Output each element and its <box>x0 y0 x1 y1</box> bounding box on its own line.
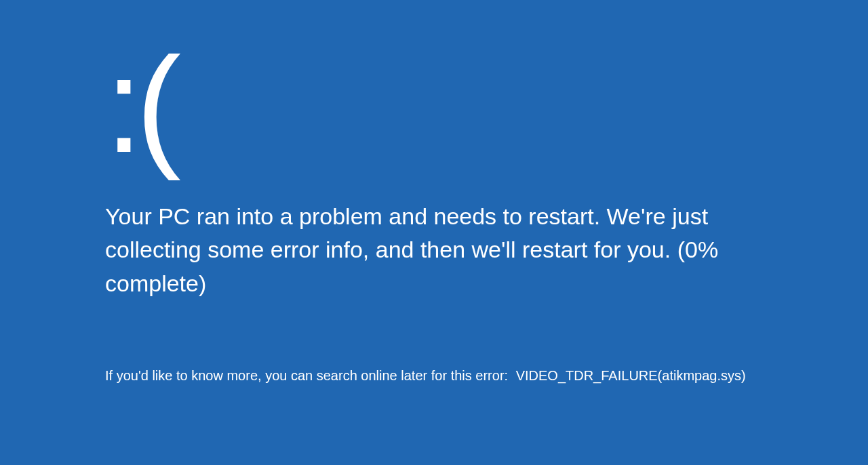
error-code: VIDEO_TDR_FAILURE(atikmpag.sys) <box>516 368 746 383</box>
error-message: Your PC ran into a problem and needs to … <box>105 200 783 300</box>
footer-prefix: If you'd like to know more, you can sear… <box>105 368 508 383</box>
bsod-screen: :( Your PC ran into a problem and needs … <box>0 0 868 384</box>
sad-face-emoticon: :( <box>105 37 814 173</box>
error-footer: If you'd like to know more, you can sear… <box>105 368 814 384</box>
